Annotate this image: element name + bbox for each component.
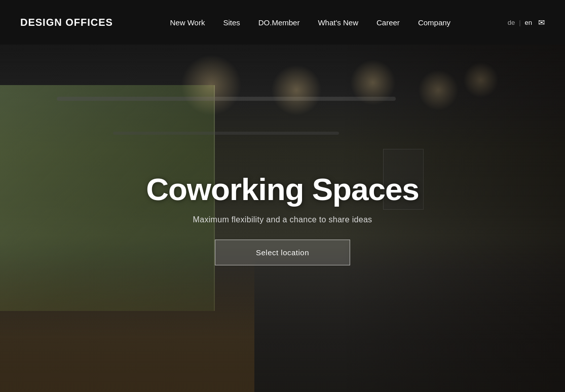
logo[interactable]: DESIGN OFFICES (20, 17, 113, 28)
select-location-button[interactable]: Select location (215, 240, 350, 265)
lang-en[interactable]: en (525, 19, 532, 26)
nav-item-do-member[interactable]: DO.Member (258, 18, 300, 27)
hero-subtitle: Maximum flexibility and a chance to shar… (193, 215, 372, 224)
hero-title: Coworking Spaces (146, 171, 419, 207)
nav-item-sites[interactable]: Sites (223, 18, 240, 27)
hero-content: Coworking Spaces Maximum flexibility and… (0, 45, 565, 392)
header-right: de | en ✉ (508, 18, 545, 27)
header: DESIGN OFFICES New Work Sites DO.Member … (0, 0, 565, 45)
nav-item-career[interactable]: Career (376, 18, 400, 27)
mail-icon[interactable]: ✉ (538, 18, 545, 27)
nav-item-whats-new[interactable]: What's New (318, 18, 358, 27)
nav-item-new-work[interactable]: New Work (170, 18, 205, 27)
lang-de[interactable]: de (508, 19, 515, 26)
hero-section: Coworking Spaces Maximum flexibility and… (0, 45, 565, 392)
nav-item-company[interactable]: Company (418, 18, 450, 27)
main-nav: New Work Sites DO.Member What's New Care… (170, 18, 451, 27)
lang-separator: | (519, 19, 520, 26)
